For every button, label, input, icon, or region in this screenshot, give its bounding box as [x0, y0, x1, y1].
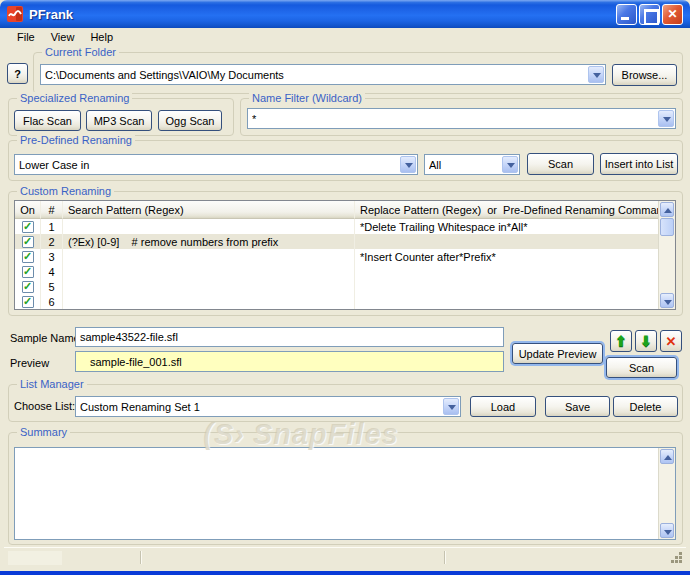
predefined-scan-button[interactable]: Scan [527, 153, 594, 175]
row-number: 5 [41, 279, 63, 294]
delete-button[interactable]: Delete [613, 396, 678, 417]
row-enabled-checkbox[interactable]: ✓ [22, 281, 34, 293]
predefined-operation-value: Lower Case in [19, 155, 397, 174]
scan-button[interactable]: Scan [606, 357, 677, 378]
row-number: 1 [41, 219, 63, 234]
table-row[interactable]: ✓ 1 *Delete Trailing Whitespace in*All* [15, 219, 660, 234]
menu-help[interactable]: Help [82, 29, 121, 45]
row-replace-pattern[interactable] [355, 234, 660, 249]
table-row[interactable]: ✓ 5 [15, 279, 660, 294]
specialized-renaming-label: Specialized Renaming [17, 92, 132, 104]
scrollbar-thumb[interactable] [660, 218, 674, 236]
row-enabled-checkbox[interactable]: ✓ [22, 221, 34, 233]
chevron-down-icon[interactable] [588, 66, 604, 83]
sample-name-field[interactable]: sample43522-file.sfl [75, 327, 504, 347]
up-arrow-icon: ⬆ [615, 333, 627, 349]
row-number: 6 [41, 294, 63, 309]
move-up-button[interactable]: ⬆ [610, 330, 632, 352]
down-arrow-icon: ⬇ [640, 333, 652, 349]
row-enabled-checkbox[interactable]: ✓ [22, 236, 34, 248]
move-down-button[interactable]: ⬇ [635, 330, 657, 352]
check-icon: ✓ [23, 251, 32, 261]
flac-scan-button[interactable]: Flac Scan [14, 110, 81, 131]
check-icon: ✓ [23, 221, 32, 231]
preview-label: Preview [10, 357, 49, 369]
save-button[interactable]: Save [545, 396, 610, 417]
column-header-replace[interactable]: Replace Pattern (Regex) or Pre-Defined R… [355, 201, 660, 219]
predefined-operation-combobox[interactable]: Lower Case in [14, 154, 418, 175]
column-header-search[interactable]: Search Pattern (Regex) [63, 201, 355, 219]
window-title: PFrank [29, 7, 73, 22]
row-replace-pattern[interactable] [355, 279, 660, 294]
row-replace-pattern[interactable]: *Delete Trailing Whitespace in*All* [355, 219, 660, 234]
custom-renaming-label: Custom Renaming [17, 185, 114, 197]
summary-textarea[interactable] [14, 447, 676, 540]
table-row-selected[interactable]: ✓ 2 (?Ex) [0-9] # remove numbers from pr… [15, 234, 660, 249]
row-enabled-checkbox[interactable]: ✓ [22, 251, 34, 263]
custom-renaming-table: On # Search Pattern (Regex) Replace Patt… [14, 200, 676, 310]
chevron-down-icon[interactable] [502, 156, 518, 173]
menu-file[interactable]: File [9, 29, 43, 45]
list-manager-label: List Manager [17, 378, 87, 390]
summary-label: Summary [17, 426, 70, 438]
browse-button[interactable]: Browse... [612, 64, 677, 86]
current-folder-label: Current Folder [42, 46, 119, 58]
table-row[interactable]: ✓ 6 [15, 294, 660, 309]
row-search-pattern[interactable] [63, 249, 355, 264]
update-preview-button[interactable]: Update Preview [512, 343, 603, 364]
ogg-scan-button[interactable]: Ogg Scan [158, 110, 222, 131]
menu-view[interactable]: View [43, 29, 83, 45]
scroll-up-icon[interactable] [660, 202, 674, 217]
mp3-scan-button[interactable]: MP3 Scan [86, 110, 152, 131]
name-filter-combobox[interactable]: * [247, 108, 676, 129]
insert-into-list-button[interactable]: Insert into List [600, 153, 678, 175]
title-bar[interactable]: PFrank ✕ [0, 0, 690, 28]
column-header-on[interactable]: On [15, 201, 41, 219]
delete-row-button[interactable]: ✕ [660, 330, 682, 352]
scroll-down-icon[interactable] [660, 293, 674, 308]
status-bar [4, 547, 686, 567]
table-header: On # Search Pattern (Regex) Replace Patt… [15, 201, 660, 219]
row-replace-pattern[interactable] [355, 294, 660, 309]
row-enabled-checkbox[interactable]: ✓ [22, 266, 34, 278]
row-search-pattern[interactable]: (?Ex) [0-9] # remove numbers from prefix [63, 234, 355, 249]
status-panel [8, 551, 62, 565]
name-filter-value: * [252, 109, 655, 128]
row-replace-pattern[interactable] [355, 264, 660, 279]
row-search-pattern[interactable] [63, 219, 355, 234]
table-scrollbar[interactable] [658, 201, 675, 309]
sample-name-label: Sample Name [10, 332, 80, 344]
row-search-pattern[interactable] [63, 294, 355, 309]
scroll-up-icon[interactable] [660, 449, 674, 464]
choose-list-value: Custom Renaming Set 1 [80, 397, 440, 416]
choose-list-combobox[interactable]: Custom Renaming Set 1 [75, 396, 461, 417]
minimize-button[interactable] [616, 4, 637, 25]
scroll-down-icon[interactable] [660, 523, 674, 538]
close-button[interactable]: ✕ [662, 4, 683, 25]
choose-list-label: Choose List: [14, 400, 75, 412]
maximize-button[interactable] [639, 4, 660, 25]
folder-path-combobox[interactable]: C:\Documents and Settings\VAIO\My Docume… [40, 64, 606, 85]
predefined-scope-combobox[interactable]: All [424, 154, 520, 175]
chevron-down-icon[interactable] [400, 156, 416, 173]
folder-path-value: C:\Documents and Settings\VAIO\My Docume… [45, 65, 585, 84]
preview-field: sample-file_001.sfl [75, 351, 504, 372]
status-divider [444, 551, 445, 564]
column-header-number[interactable]: # [41, 201, 63, 219]
load-button[interactable]: Load [470, 396, 536, 417]
chevron-down-icon[interactable] [443, 398, 459, 415]
resize-grip[interactable] [671, 552, 683, 564]
table-row[interactable]: ✓ 4 [15, 264, 660, 279]
menu-bar: File View Help [4, 28, 686, 46]
red-x-icon: ✕ [666, 334, 677, 349]
row-enabled-checkbox[interactable]: ✓ [22, 296, 34, 308]
row-number: 3 [41, 249, 63, 264]
help-button[interactable]: ? [7, 63, 28, 84]
table-row[interactable]: ✓ 3 *Insert Counter after*Prefix* [15, 249, 660, 264]
chevron-down-icon[interactable] [658, 110, 674, 127]
row-replace-pattern[interactable]: *Insert Counter after*Prefix* [355, 249, 660, 264]
row-search-pattern[interactable] [63, 279, 355, 294]
row-search-pattern[interactable] [63, 264, 355, 279]
summary-scrollbar[interactable] [658, 448, 675, 539]
name-filter-label: Name Filter (Wildcard) [249, 92, 365, 104]
